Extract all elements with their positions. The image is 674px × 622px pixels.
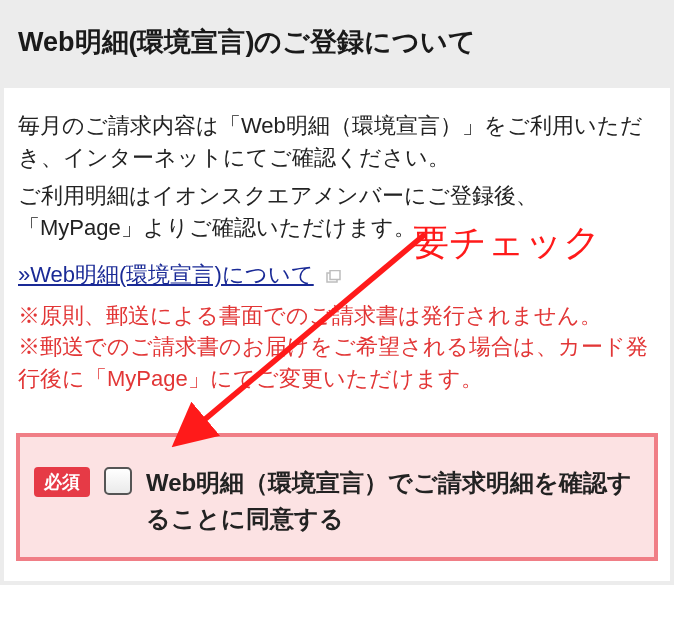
web-meisai-link[interactable]: »Web明細(環境宣言)について bbox=[18, 262, 314, 287]
consent-panel: 必須 Web明細（環境宣言）でご請求明細を確認することに同意する bbox=[16, 433, 658, 561]
note-block: ※原則、郵送による書面でのご請求書は発行されません。 ※郵送でのご請求書のお届け… bbox=[18, 300, 656, 396]
consent-inner: 必須 Web明細（環境宣言）でご請求明細を確認することに同意する bbox=[34, 465, 640, 537]
intro-paragraph-2: ご利用明細はイオンスクエアメンバーにご登録後、「MyPage」よりご確認いただけ… bbox=[18, 180, 656, 244]
page-root: Web明細(環境宣言)のご登録について 毎月のご請求内容は「Web明細（環境宣言… bbox=[0, 0, 674, 585]
info-link-row: »Web明細(環境宣言)について bbox=[18, 260, 656, 290]
note-line-1: ※原則、郵送による書面でのご請求書は発行されません。 bbox=[18, 300, 656, 332]
intro-paragraph-1: 毎月のご請求内容は「Web明細（環境宣言）」をご利用いただき、インターネットにて… bbox=[18, 110, 656, 174]
page-header: Web明細(環境宣言)のご登録について bbox=[4, 4, 670, 88]
svg-rect-1 bbox=[330, 270, 340, 279]
consent-label: Web明細（環境宣言）でご請求明細を確認することに同意する bbox=[146, 465, 640, 537]
external-link-icon bbox=[326, 264, 342, 290]
page-body: 毎月のご請求内容は「Web明細（環境宣言）」をご利用いただき、インターネットにて… bbox=[4, 88, 670, 405]
note-line-2: ※郵送でのご請求書のお届けをご希望される場合は、カード発行後に「MyPage」に… bbox=[18, 331, 656, 395]
consent-checkbox[interactable] bbox=[104, 467, 132, 495]
page-title: Web明細(環境宣言)のご登録について bbox=[18, 24, 656, 60]
required-badge: 必須 bbox=[34, 467, 90, 497]
